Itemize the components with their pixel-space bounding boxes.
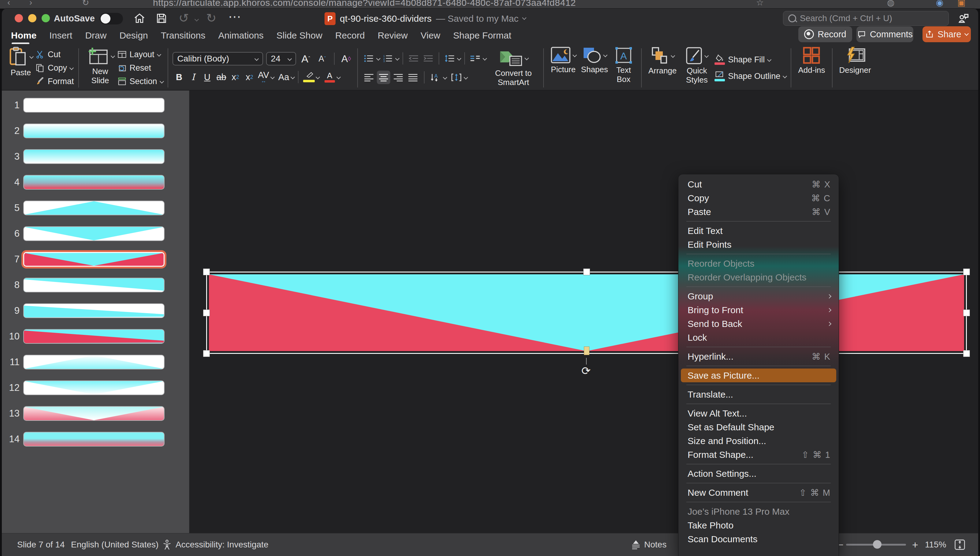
slide-preview[interactable] [23, 98, 165, 113]
slide-thumbnail-8[interactable]: 8 [2, 272, 189, 298]
menu-item-edit-text[interactable]: Edit Text [678, 224, 839, 238]
slide-thumbnail-6[interactable]: 6 [2, 221, 189, 247]
slide-thumbnail-12[interactable]: 12 [2, 375, 189, 401]
increase-font-size-button[interactable]: Aˆ [299, 52, 312, 65]
decrease-indent-button[interactable] [407, 52, 420, 65]
shape-fill-button[interactable]: Shape Fill [715, 53, 786, 66]
slide-thumbnail-14[interactable]: 14 [2, 426, 189, 452]
copy-button[interactable]: Copy [36, 61, 74, 74]
line-spacing-button[interactable] [443, 52, 456, 65]
slide-preview[interactable] [23, 200, 165, 215]
share-button[interactable]: Share [922, 26, 971, 42]
notes-toggle[interactable]: Notes [631, 533, 666, 556]
resize-handle-right-middle[interactable] [963, 309, 970, 316]
slide-thumbnail-3[interactable]: 3 [2, 144, 189, 170]
designer-button[interactable]: Designer [837, 46, 873, 90]
tab-transitions[interactable]: Transitions [161, 30, 205, 42]
change-case-button[interactable]: Aa [277, 70, 291, 84]
record-button[interactable]: Record [798, 26, 852, 42]
highlight-color-button[interactable] [302, 70, 316, 84]
slide-preview[interactable] [23, 329, 165, 344]
tab-view[interactable]: View [420, 30, 440, 42]
quick-styles-button[interactable]: Quick Styles [679, 46, 715, 90]
tab-shape-format[interactable]: Shape Format [453, 30, 511, 42]
accessibility-status[interactable]: Accessibility: Investigate [162, 533, 268, 556]
underline-button[interactable]: U [201, 70, 214, 84]
layout-button[interactable]: Layout [118, 48, 163, 61]
menu-item-edit-points[interactable]: Edit Points [678, 238, 839, 251]
align-left-button[interactable] [362, 71, 375, 84]
slide-preview[interactable] [23, 226, 165, 241]
font-size-select[interactable]: 24 [266, 52, 296, 65]
bold-button[interactable]: B [173, 70, 186, 84]
slide-thumbnail-5[interactable]: 5 [2, 195, 189, 221]
slide-thumbnail-13[interactable]: 13 [2, 401, 189, 426]
slide-thumbnail-10[interactable]: 10 [2, 323, 189, 349]
menu-item-action-settings[interactable]: Action Settings... [678, 467, 839, 480]
increase-indent-button[interactable] [422, 52, 435, 65]
font-color-button[interactable]: A [323, 70, 336, 84]
add-ins-button[interactable]: Add-ins [796, 46, 827, 90]
slide-preview[interactable] [23, 432, 165, 446]
convert-to-smartart-button[interactable]: Convert to SmartArt [488, 48, 539, 87]
home-icon[interactable] [133, 12, 146, 24]
menu-item-take-photo[interactable]: Take Photo [678, 518, 839, 532]
tab-insert[interactable]: Insert [49, 30, 72, 42]
resize-handle-left-middle[interactable] [203, 309, 210, 316]
menu-item-hyperlink[interactable]: Hyperlink...⌘ K [678, 349, 839, 363]
resize-handle-bottom-left[interactable] [203, 350, 210, 357]
slide-preview[interactable] [23, 175, 165, 190]
slide-preview[interactable] [23, 278, 165, 293]
adjustment-handle[interactable] [584, 346, 589, 355]
slide-counter[interactable]: Slide 7 of 14 [17, 533, 65, 556]
more-toolbar-icon[interactable]: ⋯ [228, 9, 241, 24]
shape-outline-button[interactable]: Shape Outline [715, 70, 786, 82]
numbered-list-button[interactable]: 123 [381, 52, 395, 65]
title-chevron-icon[interactable] [522, 16, 526, 20]
resize-handle-bottom-right[interactable] [963, 350, 970, 357]
justify-button[interactable] [406, 71, 420, 84]
slide-preview[interactable] [23, 355, 165, 369]
browser-forward-icon[interactable]: › [29, 0, 32, 7]
format-painter-button[interactable]: Format [36, 75, 74, 88]
bullet-list-button[interactable] [362, 52, 375, 65]
text-direction-button[interactable]: A [429, 71, 442, 84]
slide-thumbnail-2[interactable]: 2 [2, 118, 189, 144]
slide-thumbnail-1[interactable]: 1 [2, 92, 189, 118]
menu-item-format-shape[interactable]: Format Shape...⇧ ⌘ 1 [678, 448, 839, 462]
decrease-font-size-button[interactable]: Aˇ [316, 52, 329, 65]
slide-thumbnail-7[interactable]: 7 [2, 247, 189, 272]
menu-item-paste[interactable]: Paste⌘ V [678, 205, 839, 219]
italic-button[interactable]: I [187, 70, 200, 84]
slide-thumbnail-4[interactable]: 4 [2, 170, 189, 195]
menu-item-scan-documents[interactable]: Scan Documents [678, 532, 839, 546]
close-window-button[interactable] [15, 14, 23, 22]
search-input[interactable]: Search (Cmd + Ctrl + U) [783, 11, 949, 26]
menu-item-set-as-default-shape[interactable]: Set as Default Shape [678, 420, 839, 434]
clear-formatting-button[interactable]: A◊ [340, 52, 353, 65]
tab-draw[interactable]: Draw [85, 30, 107, 42]
slide-preview[interactable] [23, 252, 165, 267]
menu-item-group[interactable]: Group [678, 289, 839, 303]
slide-preview[interactable] [23, 406, 165, 421]
shapes-button[interactable]: Shapes [579, 46, 611, 90]
arrange-button[interactable]: Arrange [646, 46, 679, 90]
slide-preview[interactable] [23, 303, 165, 318]
rotation-handle[interactable]: ⟳ [581, 365, 590, 377]
tab-home[interactable]: Home [11, 30, 36, 42]
character-spacing-button[interactable]: AV↔ [257, 70, 270, 84]
save-icon[interactable] [155, 12, 168, 24]
align-right-button[interactable] [391, 71, 405, 84]
menu-item-view-alt-text[interactable]: View Alt Text... [678, 406, 839, 420]
zoom-in-button[interactable]: + [912, 533, 918, 556]
menu-item-translate[interactable]: Translate... [678, 388, 839, 401]
zoom-percentage[interactable]: 115% [925, 533, 946, 556]
fit-slide-button[interactable] [954, 533, 966, 556]
section-button[interactable]: Section [118, 75, 163, 88]
new-slide-button[interactable]: New Slide [83, 46, 118, 90]
slide-preview[interactable] [23, 380, 165, 395]
browser-extension-icon[interactable]: ◉ [936, 0, 943, 8]
text-box-button[interactable]: A Text Box [611, 46, 637, 90]
menu-item-new-comment[interactable]: New Comment⇧ ⌘ M [678, 486, 839, 499]
account-presence-icon[interactable] [957, 11, 970, 25]
